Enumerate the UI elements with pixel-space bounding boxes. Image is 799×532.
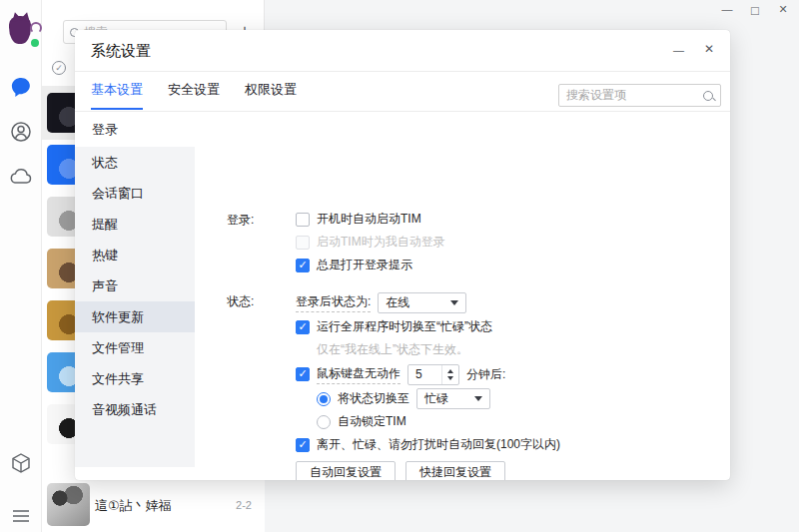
settings-section: 状态:登录后状态为:在线运行全屏程序时切换至“忙碌”状态仅在“我在线上”状态下生…	[227, 289, 718, 480]
checkbox-label: 运行全屏程序时切换至“忙碌”状态	[317, 318, 492, 335]
chat-name: 這①詀丶婞福	[95, 497, 172, 515]
radio-row: 将状态切换至忙碌	[296, 387, 718, 410]
dialog-tabbar: 基本设置安全设置权限设置 搜索设置项	[75, 72, 730, 112]
hint-text: 仅在“我在线上”状态下生效。	[296, 341, 468, 358]
sidebar-item-文件管理[interactable]: 文件管理	[75, 332, 195, 363]
checkbox-row: 运行全屏程序时切换至“忙碌”状态	[296, 315, 718, 338]
radio-button[interactable]	[317, 392, 331, 406]
section-label: 登录:	[227, 208, 296, 276]
dropdown-row: 登录后状态为:在线	[296, 289, 718, 315]
online-status-dot	[29, 37, 41, 49]
radio-label: 将状态切换至	[338, 390, 409, 407]
settings-search-icon	[703, 91, 713, 101]
window-maximize-button[interactable]: □	[747, 3, 763, 18]
cat-avatar-icon	[9, 16, 31, 44]
checkbox[interactable]	[296, 438, 310, 452]
messages-icon[interactable]	[9, 75, 33, 99]
spinner-label: 鼠标键盘无动作	[317, 365, 400, 384]
sidebar-item-登录[interactable]: 登录	[75, 112, 195, 147]
checkbox-row: 开机时自动启动TIM	[296, 208, 718, 231]
window-close-button[interactable]: ✕	[775, 3, 791, 18]
sidebar-item-声音[interactable]: 声音	[75, 270, 195, 301]
settings-dialog: 系统设置 — ✕ 基本设置安全设置权限设置 搜索设置项 登录状态会话窗口提醒热键…	[75, 30, 730, 480]
checkbox-row: 离开、忙碌、请勿打扰时自动回复(100字以内)	[296, 433, 718, 456]
stepper-down-icon[interactable]	[447, 376, 453, 380]
sidebar-item-音视频通话[interactable]: 音视频通话	[75, 394, 195, 425]
checkbox-label: 离开、忙碌、请勿打扰时自动回复(100字以内)	[317, 436, 560, 453]
sidebar-item-提醒[interactable]: 提醒	[75, 209, 195, 240]
checkbox-label: 开机时自动启动TIM	[317, 211, 421, 228]
check-circle-icon[interactable]: ✓	[52, 61, 66, 75]
box-icon[interactable]	[9, 451, 33, 475]
sidebar-item-会话窗口[interactable]: 会话窗口	[75, 178, 195, 209]
chat-avatar-bottom	[47, 483, 90, 526]
cloud-icon[interactable]	[9, 165, 33, 189]
spinner-suffix: 分钟后:	[466, 366, 505, 383]
dialog-title: 系统设置	[91, 42, 151, 61]
sidebar-item-软件更新[interactable]: 软件更新	[75, 301, 195, 332]
dialog-minimize-button[interactable]: —	[673, 40, 684, 60]
dropdown[interactable]: 在线	[378, 292, 466, 313]
checkbox-label: 启动TIM时为我自动登录	[317, 234, 445, 251]
tab-基本设置[interactable]: 基本设置	[91, 72, 143, 112]
radio-label: 自动锁定TIM	[338, 413, 406, 430]
chevron-down-icon	[474, 396, 482, 401]
spinner-row: 鼠标键盘无动作5分钟后:	[296, 361, 718, 387]
checkbox-row: 启动TIM时为我自动登录	[296, 231, 718, 254]
checkbox[interactable]	[296, 259, 310, 272]
cat-tail	[30, 22, 42, 34]
stepper-up-icon[interactable]	[447, 369, 453, 373]
sidebar-item-状态[interactable]: 状态	[75, 147, 195, 178]
tab-安全设置[interactable]: 安全设置	[168, 72, 220, 112]
radio-button[interactable]	[317, 415, 331, 429]
sidebar-item-文件共享[interactable]: 文件共享	[75, 363, 195, 394]
settings-search-placeholder: 搜索设置项	[566, 87, 626, 104]
hint-row: 仅在“我在线上”状态下生效。	[296, 338, 718, 361]
settings-section: 登录:开机时自动启动TIM启动TIM时为我自动登录总是打开登录提示	[227, 208, 718, 276]
window-controls: — □ ✕	[719, 3, 791, 18]
settings-search-input[interactable]: 搜索设置项	[558, 84, 721, 107]
checkbox[interactable]	[296, 320, 310, 334]
stepper-arrows[interactable]	[441, 365, 458, 384]
checkbox[interactable]	[296, 367, 310, 381]
dialog-header: 系统设置 — ✕	[75, 30, 730, 72]
dropdown[interactable]: 忙碌	[416, 388, 490, 409]
chat-list-item[interactable]: 這①詀丶婞福 2-2	[42, 480, 265, 532]
settings-nav: 登录状态会话窗口提醒热键声音软件更新文件管理文件共享音视频通话	[75, 112, 195, 467]
dropdown-label: 登录后状态为:	[296, 293, 371, 312]
settings-content: 登录:开机时自动启动TIM启动TIM时为我自动登录总是打开登录提示状态:登录后状…	[195, 112, 730, 479]
chevron-down-icon	[450, 300, 458, 305]
chat-date-badge: 2-2	[236, 499, 252, 511]
left-icon-rail	[0, 0, 42, 532]
checkbox[interactable]	[296, 213, 310, 227]
auto-reply-settings-button[interactable]: 自动回复设置	[296, 461, 396, 480]
quantity-stepper[interactable]: 5	[407, 364, 459, 385]
menu-icon[interactable]	[9, 504, 33, 528]
quick-reply-settings-button[interactable]: 快捷回复设置	[405, 461, 505, 480]
section-rows: 登录后状态为:在线运行全屏程序时切换至“忙碌”状态仅在“我在线上”状态下生效。鼠…	[296, 289, 718, 480]
radio-row: 自动锁定TIM	[296, 410, 718, 433]
user-avatar[interactable]	[7, 14, 37, 46]
checkbox-label: 总是打开登录提示	[317, 257, 412, 273]
section-rows: 开机时自动启动TIM启动TIM时为我自动登录总是打开登录提示	[296, 208, 718, 276]
checkbox-row: 总是打开登录提示	[296, 254, 718, 276]
tab-权限设置[interactable]: 权限设置	[245, 72, 297, 112]
button-row: 自动回复设置快捷回复设置	[296, 456, 718, 480]
dialog-close-button[interactable]: ✕	[704, 40, 714, 60]
sidebar-item-热键[interactable]: 热键	[75, 240, 195, 270]
checkbox[interactable]	[296, 236, 310, 250]
section-label: 状态:	[227, 289, 296, 480]
contacts-icon[interactable]	[9, 120, 33, 144]
window-minimize-button[interactable]: —	[719, 3, 735, 18]
stepper-value: 5	[408, 365, 441, 384]
dialog-body: 登录状态会话窗口提醒热键声音软件更新文件管理文件共享音视频通话 登录:开机时自动…	[75, 112, 730, 479]
dropdown-value: 在线	[386, 294, 409, 311]
dropdown-value: 忙碌	[424, 390, 448, 407]
